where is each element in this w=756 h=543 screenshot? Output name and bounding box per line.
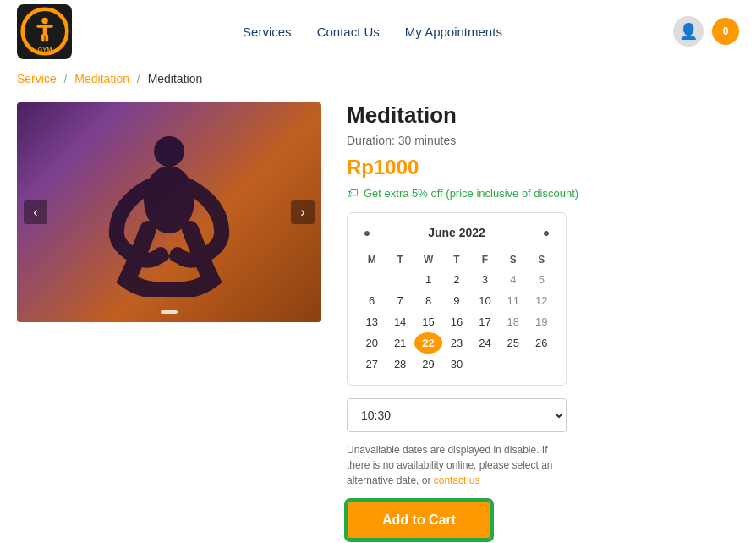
cart-icon[interactable]: 0 [712,18,739,45]
calendar-header: ● June 2022 ● [358,223,556,242]
cal-day-empty [528,354,556,375]
cal-day-empty [358,269,386,290]
weekday-fri: F [471,250,499,269]
breadcrumb-current: Meditation [148,72,203,85]
main-content: ‹ › Meditation Duration: 30 minutes Rp10… [0,94,756,543]
slider-dot-1 [161,310,178,314]
nav-appointments[interactable]: My Appointments [405,25,502,39]
header: GYM Services Contact Us My Appointments … [0,0,756,63]
cal-day[interactable]: 9 [442,290,470,311]
logo[interactable]: GYM [17,4,72,59]
calendar-row-1: 1 2 3 4 5 [358,269,556,290]
cal-day[interactable]: 25 [499,332,527,354]
weekday-tue: T [386,250,414,269]
calendar-row-2: 6 7 8 9 10 11 12 [358,290,556,311]
cal-day[interactable]: 19 [528,311,556,332]
calendar-prev-button[interactable]: ● [358,223,376,242]
cal-day[interactable]: 2 [442,269,470,290]
product-price: Rp1000 [347,156,739,179]
nav-services[interactable]: Services [243,25,292,39]
svg-rect-7 [45,34,48,41]
weekday-wed: W [414,250,442,269]
cal-day-empty [499,354,527,375]
breadcrumb-sep2: / [137,72,144,85]
cal-day[interactable]: 14 [386,311,414,332]
weekday-sat: S [499,250,527,269]
calendar-row-5: 27 28 29 30 [358,354,556,375]
discount-banner: 🏷 Get extra 5% off (price inclusive of d… [347,186,739,200]
cal-day[interactable]: 21 [386,332,414,354]
cal-day[interactable]: 23 [442,332,470,354]
cal-day[interactable]: 3 [471,269,499,290]
product-duration: Duration: 30 minutes [347,134,739,147]
add-to-cart-button[interactable]: Add to Cart [347,501,491,540]
cal-day[interactable]: 10 [471,290,499,311]
calendar-month-year: June 2022 [428,226,485,239]
cal-day[interactable]: 26 [528,332,556,354]
cal-day[interactable]: 8 [414,290,442,311]
calendar-row-4: 20 21 22 23 24 25 26 [358,332,556,354]
product-info: Meditation Duration: 30 minutes Rp1000 🏷… [347,102,739,540]
tag-icon: 🏷 [347,186,359,200]
cal-day[interactable]: 13 [358,311,386,332]
calendar: ● June 2022 ● M T W T F S S [347,212,567,386]
svg-point-11 [149,250,169,263]
breadcrumb-sep1: / [64,72,71,85]
slider-next-button[interactable]: › [291,200,315,224]
cal-day[interactable]: 1 [414,269,442,290]
cal-day-empty [471,354,499,375]
discount-text: Get extra 5% off (price inclusive of dis… [364,187,578,200]
breadcrumb-service[interactable]: Service [17,72,57,85]
cal-day[interactable]: 30 [442,354,470,375]
slider-dots [161,310,178,314]
nav-contact[interactable]: Contact Us [317,25,380,39]
availability-note: Unavailable dates are displayed in disab… [347,442,567,488]
weekday-thu: T [442,250,470,269]
calendar-body: 1 2 3 4 5 6 7 8 9 10 11 12 [358,269,556,375]
cal-day[interactable]: 27 [358,354,386,375]
cal-day[interactable]: 11 [499,290,527,311]
cart-count: 0 [723,25,729,37]
calendar-next-button[interactable]: ● [537,223,556,242]
breadcrumb: Service / Meditation / Meditation [0,63,756,94]
product-title: Meditation [347,102,739,129]
logo-container[interactable]: GYM [17,4,72,59]
cal-day[interactable]: 5 [528,269,556,290]
svg-rect-6 [41,34,44,41]
cal-day[interactable]: 18 [499,311,527,332]
cal-day[interactable]: 28 [386,354,414,375]
svg-point-2 [41,18,47,24]
cal-day[interactable]: 16 [442,311,470,332]
cal-day[interactable]: 6 [358,290,386,311]
svg-text:GYM: GYM [37,46,52,53]
user-icon[interactable]: 👤 [673,16,704,47]
cal-day[interactable]: 4 [499,269,527,290]
slider-prev-button[interactable]: ‹ [24,200,47,224]
image-slider: ‹ › [17,102,321,322]
contact-us-link[interactable]: contact us [434,474,480,486]
cal-day-empty [386,269,414,290]
cal-day-selected[interactable]: 22 [414,332,442,354]
weekday-sun: S [528,250,556,269]
svg-rect-4 [36,25,44,28]
weekday-mon: M [358,250,386,269]
header-icons: 👤 0 [673,16,739,47]
main-nav: Services Contact Us My Appointments [243,25,502,39]
cal-day[interactable]: 29 [414,354,442,375]
svg-point-12 [169,250,189,263]
cal-day[interactable]: 20 [358,332,386,354]
cal-day[interactable]: 24 [471,332,499,354]
calendar-weekdays: M T W T F S S [358,250,556,269]
product-image [17,102,321,322]
svg-point-13 [134,282,205,295]
breadcrumb-meditation-link[interactable]: Meditation [74,72,129,85]
cal-day[interactable]: 17 [471,311,499,332]
calendar-grid: M T W T F S S 1 2 3 [358,250,556,375]
svg-point-9 [154,136,184,167]
cal-day[interactable]: 15 [414,311,442,332]
calendar-row-3: 13 14 15 16 17 18 19 [358,311,556,332]
svg-rect-5 [45,25,52,28]
cal-day[interactable]: 12 [528,290,556,311]
cal-day[interactable]: 7 [386,290,414,311]
time-selector[interactable]: 10:30 11:00 11:30 12:00 12:30 13:00 [347,398,567,432]
